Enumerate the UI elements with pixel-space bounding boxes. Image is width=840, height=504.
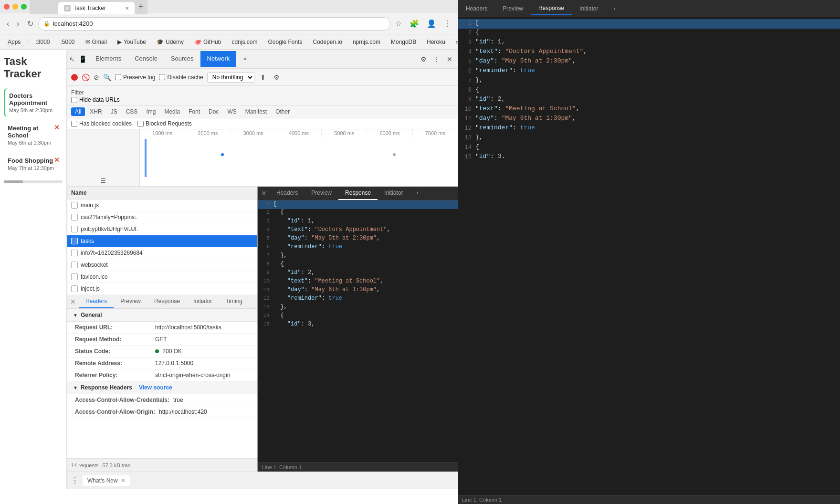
filter-tab-other[interactable]: Other	[272, 107, 294, 116]
bookmark-udemy[interactable]: 🎓 Udemy	[153, 37, 188, 47]
menu-button[interactable]: ⋮	[441, 17, 454, 30]
file-tasks[interactable]: tasks	[67, 235, 257, 247]
bottom-menu-button[interactable]: ⋮	[71, 476, 79, 485]
clear-button[interactable]: 🚫	[82, 74, 90, 81]
right-dt-tab-initiator[interactable]: Initiator	[572, 2, 606, 15]
tab-sources[interactable]: Sources	[164, 51, 200, 67]
bookmark-cdnjs[interactable]: cdnjs.com	[228, 37, 261, 47]
right-dt-tab-headers[interactable]: Headers	[458, 2, 495, 15]
search-button[interactable]: 🔍	[103, 74, 111, 81]
right-tab-initiator[interactable]: Initiator	[378, 187, 410, 200]
bookmark-heroku[interactable]: Heroku	[423, 37, 449, 47]
tab-more[interactable]: »	[236, 51, 253, 67]
right-panel-close-button[interactable]: ✕	[258, 187, 270, 200]
right-dt-tab-preview[interactable]: Preview	[495, 2, 531, 15]
bookmark-star-button[interactable]: ☆	[392, 17, 405, 30]
filter-tab-xhr[interactable]: XHR	[86, 107, 105, 116]
sidebar-scrollbar[interactable]	[4, 180, 63, 183]
filter-tab-media[interactable]: Media	[160, 107, 184, 116]
bookmark-more[interactable]: »	[452, 37, 458, 47]
timeline-menu-button[interactable]: ☰	[69, 178, 137, 184]
response-headers-section[interactable]: ▼ Response Headers View source	[67, 381, 257, 394]
task-delete-2[interactable]: ✕	[54, 124, 60, 131]
view-source-button[interactable]: View source	[139, 384, 172, 391]
refresh-button[interactable]: ↻	[24, 17, 36, 30]
file-websocket[interactable]: websocket	[67, 259, 257, 271]
bookmark-5000[interactable]: :5000	[57, 37, 79, 47]
upload-button[interactable]: ⬆	[258, 72, 268, 83]
active-tab[interactable]: 📋 Task Tracker ✕	[58, 2, 135, 14]
disable-cache-label[interactable]: Disable cache	[159, 74, 203, 81]
tab-network[interactable]: Network	[200, 51, 237, 67]
filter-tab-doc[interactable]: Doc	[205, 107, 222, 116]
record-button[interactable]	[71, 74, 78, 81]
file-favicon[interactable]: favicon.ico	[67, 271, 257, 283]
minimize-dot[interactable]	[12, 4, 18, 10]
hide-data-urls-checkbox[interactable]	[71, 97, 77, 103]
fullscreen-dot[interactable]	[21, 4, 27, 10]
settings-button[interactable]: ⚙	[419, 53, 429, 65]
bookmark-youtube[interactable]: ▶ YouTube	[114, 37, 150, 47]
right-tab-headers[interactable]: Headers	[270, 187, 304, 200]
filter-tab-js[interactable]: JS	[107, 107, 121, 116]
panel-tab-preview[interactable]: Preview	[114, 295, 147, 308]
panel-tab-headers[interactable]: Headers	[79, 295, 114, 308]
devtools-close-button[interactable]: ✕	[445, 53, 454, 65]
preserve-log-checkbox[interactable]	[115, 74, 121, 80]
cursor-icon[interactable]: ↖	[67, 53, 77, 65]
right-tab-preview[interactable]: Preview	[304, 187, 338, 200]
general-section-header[interactable]: ▼ General	[67, 309, 257, 322]
has-blocked-cookies-checkbox[interactable]	[71, 121, 77, 127]
file-main-js[interactable]: main.js	[67, 200, 257, 211]
file-css2[interactable]: css2?family=Poppins:.	[67, 211, 257, 223]
right-dt-tab-response[interactable]: Response	[531, 2, 572, 15]
blocked-requests-label[interactable]: Blocked Requests	[137, 120, 192, 127]
back-button[interactable]: ‹	[4, 18, 12, 30]
devtools-more-button[interactable]: ⋮	[431, 53, 442, 65]
extensions-button[interactable]: 🧩	[407, 17, 422, 30]
hide-data-urls-label[interactable]: Hide data URLs	[71, 96, 454, 103]
tab-close-button[interactable]: ✕	[125, 6, 129, 11]
tab-elements[interactable]: Elements	[89, 51, 128, 67]
tab-console[interactable]: Console	[128, 51, 164, 67]
panel-tab-timing[interactable]: Timing	[219, 295, 249, 308]
whats-new-close-button[interactable]: ✕	[121, 477, 126, 484]
bookmark-mongodb[interactable]: MongoDB	[387, 37, 420, 47]
code-area[interactable]: 1 [ 2 { 3 "id": 1, 4	[258, 200, 458, 462]
task-item-1[interactable]: DoctorsAppointment May 5th at 2:30pm	[4, 88, 63, 117]
has-blocked-cookies-label[interactable]: Has blocked cookies	[71, 120, 132, 127]
right-tab-response[interactable]: Response	[338, 187, 378, 200]
task-item-3[interactable]: Food Shopping May 7th at 12:30pm ✕	[4, 153, 63, 175]
filter-tab-all[interactable]: All	[71, 107, 85, 116]
bookmark-github[interactable]: 🐙 GitHub	[190, 37, 225, 47]
new-tab-button[interactable]: +	[135, 2, 147, 12]
bookmark-gmail[interactable]: ✉ Gmail	[82, 37, 111, 47]
bookmark-3000[interactable]: :3000	[32, 37, 53, 47]
close-dot[interactable]	[4, 4, 10, 10]
filter-tab-manifest[interactable]: Manifest	[242, 107, 271, 116]
disable-cache-checkbox[interactable]	[159, 74, 165, 80]
right-tab-more[interactable]: ›	[410, 187, 425, 200]
filter-tab-ws[interactable]: WS	[223, 107, 240, 116]
bookmark-googlefonts[interactable]: Google Fonts	[264, 37, 306, 47]
task-item-2[interactable]: Meeting at School May 6th at 1:30pm ✕	[4, 121, 63, 149]
panel-tab-response[interactable]: Response	[147, 295, 187, 308]
right-code-area[interactable]: 1 [ 2 { 3 "id": 1, 4 "text": "Doctors Ap…	[458, 17, 840, 495]
forward-button[interactable]: ›	[14, 18, 22, 30]
whats-new-tab[interactable]: What's New ✕	[83, 475, 130, 486]
bookmark-npmjs[interactable]: npmjs.com	[349, 37, 384, 47]
preserve-log-label[interactable]: Preserve log	[115, 74, 155, 81]
filter-button[interactable]: ⊘	[94, 74, 99, 81]
right-dt-tab-more[interactable]: ›	[606, 2, 623, 15]
bookmark-apps[interactable]: Apps	[4, 37, 24, 47]
bookmark-codepen[interactable]: Codepen.io	[309, 37, 346, 47]
panel-close-button[interactable]: ✕	[67, 295, 79, 308]
file-pxi[interactable]: pxiEyp8kv8JHgFVrJJf.	[67, 223, 257, 235]
task-delete-3[interactable]: ✕	[54, 156, 60, 164]
device-icon[interactable]: 📱	[77, 53, 89, 65]
profile-button[interactable]: 👤	[424, 17, 439, 30]
file-inject-1[interactable]: inject.js	[67, 283, 257, 295]
blocked-requests-checkbox[interactable]	[137, 121, 144, 127]
filter-tab-font[interactable]: Font	[185, 107, 204, 116]
network-settings-button[interactable]: ⚙	[272, 72, 282, 83]
